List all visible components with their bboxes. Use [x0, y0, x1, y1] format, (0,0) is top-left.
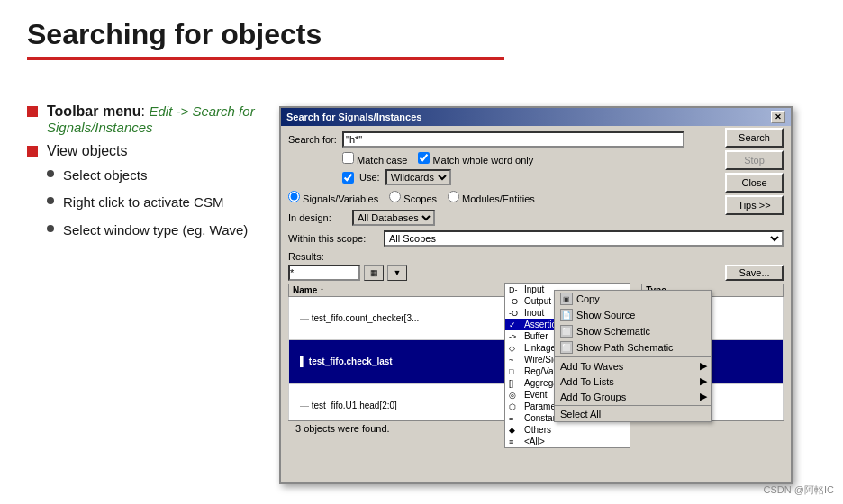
- dot-icon-3: [47, 225, 54, 232]
- filter-btn-2[interactable]: ▼: [387, 265, 407, 281]
- match-whole-checkbox[interactable]: [418, 152, 430, 164]
- view-objects-label: View objects: [47, 143, 128, 159]
- context-menu: ▣ Copy 📄 Show Source ⬜ Show Schematic ⬜ …: [554, 290, 712, 422]
- ctx-copy[interactable]: ▣ Copy: [555, 291, 711, 307]
- dialog-title: Search for Signals/Instances: [286, 112, 422, 122]
- in-design-select[interactable]: All Databases: [352, 210, 435, 226]
- close-button[interactable]: Close: [725, 173, 784, 193]
- type-item[interactable]: ◆ Others: [505, 424, 630, 428]
- search-button[interactable]: Search: [725, 128, 784, 148]
- toolbar-keyword: Toolbar menu: [47, 104, 141, 119]
- output-icon: -O: [509, 297, 521, 306]
- ctx-add-to-groups[interactable]: Add To Groups ▶: [555, 389, 711, 404]
- sub-bullet-1-text: Select objects: [63, 166, 147, 184]
- use-select[interactable]: Wildcards: [385, 169, 451, 185]
- sub-bullet-3-text: Select window type (eg. Wave): [63, 221, 248, 239]
- ctx-separator-2: [555, 405, 711, 406]
- dialog-body: Search Stop Close Tips >> Search for: Ma…: [281, 126, 791, 441]
- input-icon: D-: [509, 285, 521, 294]
- ctx-add-groups-label: Add To Groups: [560, 392, 626, 402]
- within-scope-row: Within this scope: All Scopes: [288, 230, 784, 247]
- radio-modules[interactable]: [448, 191, 459, 202]
- dot-icon-1: [47, 170, 54, 177]
- const-icon: =: [509, 414, 521, 423]
- radio-scopes-text: Scopes: [403, 194, 437, 204]
- save-button[interactable]: Save...: [725, 265, 784, 281]
- bullet-section: Toolbar menu: Edit -> Search for Signals…: [27, 104, 288, 248]
- radio-modules-label[interactable]: Modules/Entities: [448, 191, 535, 204]
- buffer-icon: ->: [509, 332, 521, 341]
- match-case-label[interactable]: Match case: [342, 152, 407, 166]
- match-case-text: Match case: [357, 155, 407, 166]
- in-design-label: In design:: [288, 212, 347, 223]
- results-label: Results:: [288, 251, 784, 262]
- checkboxes-row: Match case Match whole word only: [288, 152, 784, 166]
- dialog-titlebar: Search for Signals/Instances ✕: [281, 108, 791, 126]
- match-whole-text: Match whole word only: [432, 155, 533, 166]
- use-checkbox[interactable]: [342, 172, 354, 184]
- dialog-close-button[interactable]: ✕: [771, 111, 785, 123]
- radio-modules-text: Modules/Entities: [462, 194, 535, 204]
- ctx-add-to-lists[interactable]: Add To Lists ▶: [555, 374, 711, 389]
- inout-icon: -O: [509, 309, 521, 318]
- dot-icon-2: [47, 197, 54, 204]
- radio-scopes[interactable]: [389, 191, 401, 202]
- param-icon: ⬡: [509, 402, 521, 411]
- search-dialog: Search for Signals/Instances ✕ Search St…: [279, 106, 793, 484]
- assertion-icon: ✓: [509, 320, 521, 329]
- ctx-add-waves-label: Add To Waves: [560, 361, 623, 372]
- ctx-show-path-schematic[interactable]: ⬜ Show Path Schematic: [555, 339, 711, 356]
- within-scope-label: Within this scope:: [288, 233, 378, 244]
- match-whole-label[interactable]: Match whole word only: [418, 152, 533, 166]
- filter-input[interactable]: [288, 265, 360, 281]
- sub-bullets: Select objects Right click to activate C…: [47, 166, 288, 239]
- ctx-arrow-lists: ▶: [700, 375, 707, 387]
- radio-signals[interactable]: [288, 191, 300, 202]
- search-for-label: Search for:: [288, 134, 342, 145]
- radio-scopes-label[interactable]: Scopes: [389, 191, 437, 204]
- ctx-add-to-waves[interactable]: Add To Waves ▶: [555, 358, 711, 374]
- path-schematic-icon: ⬜: [560, 341, 573, 354]
- filter-btn-1[interactable]: ▦: [364, 265, 384, 281]
- tips-button[interactable]: Tips >>: [725, 195, 784, 215]
- source-icon: 📄: [560, 309, 573, 321]
- radio-row: Signals/Variables Scopes Modules/Entitie…: [288, 191, 784, 204]
- ctx-arrow-groups: ▶: [700, 391, 707, 402]
- slide: Searching for objects Toolbar menu: Edit…: [0, 0, 843, 504]
- wire-icon: ~: [509, 356, 521, 364]
- copy-icon: ▣: [560, 292, 573, 305]
- radio-signals-label[interactable]: Signals/Variables: [288, 191, 378, 204]
- aggregate-icon: []: [509, 379, 521, 388]
- slide-title: Searching for objects: [27, 18, 816, 51]
- ctx-show-schematic[interactable]: ⬜ Show Schematic: [555, 323, 711, 339]
- ctx-select-all[interactable]: Select All: [555, 407, 711, 421]
- red-square-icon-2: [27, 146, 38, 157]
- sub-bullet-3: Select window type (eg. Wave): [47, 221, 288, 239]
- watermark: CSDN @阿輅IC: [764, 483, 834, 497]
- sub-bullet-1: Select objects: [47, 166, 288, 184]
- match-case-checkbox[interactable]: [342, 152, 354, 164]
- results-toolbar: ▦ ▼ Save...: [288, 265, 784, 281]
- reg-icon: □: [509, 367, 521, 376]
- ctx-arrow-waves: ▶: [700, 360, 707, 372]
- bullet-view-objects: View objects: [27, 143, 288, 159]
- within-scope-select[interactable]: All Scopes: [384, 230, 784, 247]
- radio-signals-text: Signals/Variables: [303, 194, 378, 204]
- ctx-show-source[interactable]: 📄 Show Source: [555, 307, 711, 323]
- bullet-toolbar-menu: Toolbar menu: Edit -> Search for Signals…: [27, 104, 288, 136]
- red-square-icon: [27, 106, 38, 117]
- event-icon: ◎: [509, 391, 521, 400]
- linkage-icon: ◇: [509, 344, 521, 353]
- title-underline: [27, 57, 504, 60]
- search-input[interactable]: [342, 131, 684, 148]
- results-table-wrapper: Name ↑ Type — test_fifo.count_checker[3.…: [288, 284, 784, 428]
- ctx-separator-1: [555, 356, 711, 357]
- search-for-row: Search for:: [288, 131, 784, 148]
- others-icon: ◆: [509, 426, 521, 428]
- status-text: 3 objects were found.: [295, 423, 390, 434]
- results-area: ▦ ▼ Save... Name ↑ Type: [288, 265, 784, 436]
- schematic-icon: ⬜: [560, 325, 573, 338]
- sub-bullet-2: Right click to activate CSM: [47, 194, 288, 212]
- stop-button[interactable]: Stop: [725, 150, 784, 170]
- ctx-add-lists-label: Add To Lists: [560, 376, 614, 387]
